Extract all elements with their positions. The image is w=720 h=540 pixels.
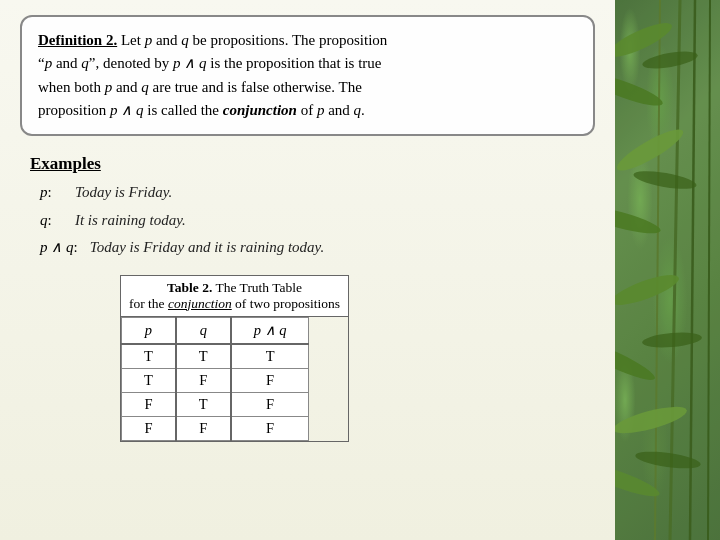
def-text6: when both bbox=[38, 79, 105, 95]
example-p-line: p : Today is Friday. bbox=[40, 180, 595, 206]
svg-point-14 bbox=[642, 330, 703, 349]
def-period: . bbox=[361, 102, 365, 118]
examples-section: Examples p : Today is Friday. q : It is … bbox=[30, 154, 595, 261]
examples-content: p : Today is Friday. q : It is raining t… bbox=[40, 180, 595, 261]
def-text3: be propositions. The proposition bbox=[189, 32, 387, 48]
truth-table: p q p ∧ q T T T T F F bbox=[121, 317, 309, 441]
def-sym2: p ∧ q bbox=[110, 102, 144, 118]
definition-title: Definition 2. bbox=[38, 32, 117, 48]
def-text1: Let bbox=[121, 32, 145, 48]
table-row: F F F bbox=[122, 416, 309, 440]
col-header-p: p bbox=[122, 317, 176, 344]
example-p-colon: : bbox=[48, 180, 63, 206]
truth-table-body: T T T T F F F T F F bbox=[122, 344, 309, 441]
def-q2: q bbox=[141, 79, 149, 95]
row4-q: F bbox=[176, 416, 231, 440]
row2-q: F bbox=[176, 368, 231, 392]
table-caption: Table 2. The Truth Table for the conjunc… bbox=[121, 276, 348, 317]
table-row: T T T bbox=[122, 344, 309, 369]
def-text2: and bbox=[152, 32, 181, 48]
table-caption-conjunction: conjunction bbox=[168, 296, 232, 311]
def-text9: proposition bbox=[38, 102, 110, 118]
example-p-text: Today is Friday. bbox=[75, 180, 172, 206]
table-row: T F F bbox=[122, 368, 309, 392]
def-text11: of bbox=[297, 102, 317, 118]
def-sym1: p ∧ q bbox=[173, 55, 210, 71]
example-p-var: p bbox=[40, 180, 48, 206]
table-caption-subtitle: The Truth Table bbox=[215, 280, 302, 295]
truth-table-container: Table 2. The Truth Table for the conjunc… bbox=[120, 275, 349, 442]
row4-pq: F bbox=[231, 416, 309, 440]
truth-table-wrapper: Table 2. The Truth Table for the conjunc… bbox=[120, 275, 595, 442]
def-text5: is the proposition that is true bbox=[210, 55, 381, 71]
def-text10: is called the bbox=[144, 102, 223, 118]
def-q3: q bbox=[354, 102, 362, 118]
example-pq-var: p ∧ q bbox=[40, 235, 74, 261]
row4-p: F bbox=[122, 416, 176, 440]
example-pq-line: p ∧ q : Today is Friday and it is rainin… bbox=[40, 235, 595, 261]
example-pq-text: Today is Friday and it is raining today. bbox=[90, 235, 324, 261]
row3-q: T bbox=[176, 392, 231, 416]
def-q1: q bbox=[181, 32, 189, 48]
table-caption-for: for the bbox=[129, 296, 168, 311]
row2-pq: F bbox=[231, 368, 309, 392]
svg-point-10 bbox=[611, 401, 689, 438]
svg-point-12 bbox=[641, 48, 699, 72]
example-q-var: q bbox=[40, 208, 48, 234]
table-caption-title: Table 2. bbox=[167, 280, 212, 295]
svg-point-8 bbox=[608, 269, 682, 311]
def-quote-close: ”, denoted by bbox=[89, 55, 173, 71]
def-and: and bbox=[52, 55, 81, 71]
row1-q: T bbox=[176, 344, 231, 369]
example-q-text: It is raining today. bbox=[75, 208, 186, 234]
example-pq-colon: : bbox=[74, 235, 78, 261]
row2-p: T bbox=[122, 368, 176, 392]
row3-pq: F bbox=[231, 392, 309, 416]
row1-p: T bbox=[122, 344, 176, 369]
def-conjunction: conjunction bbox=[223, 102, 297, 118]
def-q-italic: q bbox=[81, 55, 89, 71]
plant-leaves-svg bbox=[600, 0, 720, 540]
table-row: F T F bbox=[122, 392, 309, 416]
col-header-pq: p ∧ q bbox=[231, 317, 309, 344]
table-header-row: p q p ∧ q bbox=[122, 317, 309, 344]
row1-pq: T bbox=[231, 344, 309, 369]
def-text12: and bbox=[324, 102, 353, 118]
example-q-line: q : It is raining today. bbox=[40, 208, 595, 234]
table-caption-rest: of two propositions bbox=[232, 296, 340, 311]
col-header-q: q bbox=[176, 317, 231, 344]
main-content: Definition 2. Let p and q be proposition… bbox=[0, 0, 615, 540]
def-text8: are true and is false otherwise. The bbox=[149, 79, 362, 95]
def-text7: and bbox=[112, 79, 141, 95]
row3-p: F bbox=[122, 392, 176, 416]
svg-line-3 bbox=[708, 0, 710, 540]
svg-point-13 bbox=[632, 168, 697, 193]
examples-label: Examples bbox=[30, 154, 101, 174]
example-q-colon: : bbox=[48, 208, 63, 234]
def-quote-open: “ bbox=[38, 55, 45, 71]
definition-box: Definition 2. Let p and q be proposition… bbox=[20, 15, 595, 136]
